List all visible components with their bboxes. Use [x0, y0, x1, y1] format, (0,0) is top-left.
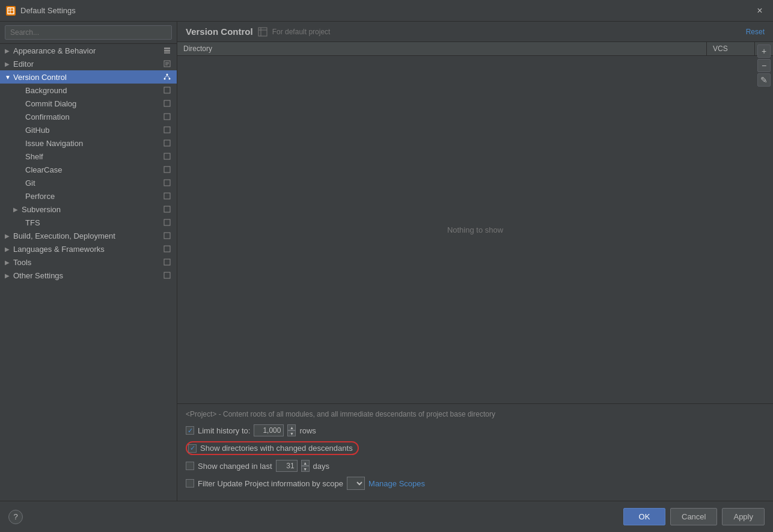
sidebar-item-label: Version Control: [13, 73, 160, 82]
svg-rect-27: [164, 246, 170, 252]
filter-update-checkbox[interactable]: [186, 479, 194, 488]
close-button[interactable]: ×: [753, 4, 767, 18]
search-input[interactable]: [5, 25, 172, 40]
arrow-icon: ▶: [13, 206, 22, 213]
sidebar-item-tfs[interactable]: TFS: [0, 216, 177, 229]
sidebar-item-label: Tools: [13, 258, 160, 267]
svg-rect-21: [164, 167, 170, 173]
settings-icon: [162, 46, 172, 55]
tools-icon: [162, 257, 172, 267]
col-vcs: VCS: [707, 42, 755, 55]
main-layout: ▶ Appearance & Behavior ▶ Editor ▼ Versi…: [0, 22, 773, 501]
svg-rect-26: [164, 233, 170, 239]
remove-button[interactable]: −: [757, 59, 771, 72]
sidebar-item-perforce[interactable]: Perforce: [0, 189, 177, 203]
sidebar-item-github[interactable]: GitHub: [0, 123, 177, 136]
sidebar-item-label: Background: [25, 86, 160, 95]
svg-rect-15: [164, 87, 170, 93]
show-directories-row: Show directories with changed descendant…: [186, 441, 765, 455]
page-icon: [162, 151, 172, 161]
sidebar-item-version-control[interactable]: ▼ Version Control: [0, 70, 177, 84]
spinner-up[interactable]: ▲: [301, 460, 310, 466]
cancel-button[interactable]: Cancel: [670, 508, 717, 525]
arrow-icon: ▼: [5, 74, 13, 81]
limit-history-input[interactable]: [254, 424, 284, 436]
sidebar-item-label: Confirmation: [25, 112, 160, 121]
sidebar-item-label: Appearance & Behavior: [13, 46, 160, 55]
sidebar-item-subversion[interactable]: ▶ Subversion: [0, 203, 177, 216]
filter-update-label: Filter Update Project information by sco…: [198, 479, 343, 488]
search-box: [0, 22, 177, 44]
sidebar-item-label: Subversion: [22, 205, 160, 214]
title-bar-left: Default Settings: [6, 6, 76, 16]
sidebar-item-other-settings[interactable]: ▶ Other Settings: [0, 269, 177, 282]
content-subtitle: For default project: [272, 28, 331, 36]
show-changed-input[interactable]: [276, 460, 298, 472]
svg-line-13: [165, 76, 167, 78]
sidebar-item-label: Editor: [13, 60, 160, 69]
vcs-header-icon: [258, 27, 267, 37]
svg-line-14: [167, 76, 170, 78]
show-changed-row: Show changed in last ▲ ▼ days: [186, 460, 765, 472]
spinner-up[interactable]: ▲: [287, 424, 296, 430]
reset-link[interactable]: Reset: [746, 28, 765, 36]
svg-rect-29: [164, 272, 170, 278]
arrow-icon: ▶: [5, 47, 13, 54]
bottom-settings: <Project> - Content roots of all modules…: [177, 403, 773, 501]
show-directories-label: Show directories with changed descendant…: [200, 444, 353, 453]
svg-rect-16: [164, 100, 170, 106]
sidebar-item-background[interactable]: Background: [0, 84, 177, 97]
svg-rect-0: [8, 8, 14, 14]
sidebar-item-commit-dialog[interactable]: Commit Dialog: [0, 97, 177, 110]
arrow-icon: ▶: [5, 233, 13, 239]
svg-point-11: [164, 78, 166, 80]
empty-message: Nothing to show: [447, 225, 503, 234]
project-info: <Project> - Content roots of all modules…: [186, 410, 765, 418]
sidebar-item-clearcase[interactable]: ClearCase: [0, 163, 177, 176]
sidebar-item-editor[interactable]: ▶ Editor: [0, 57, 177, 70]
svg-rect-4: [164, 50, 170, 52]
scope-dropdown[interactable]: [347, 477, 365, 490]
help-button[interactable]: ?: [8, 510, 23, 524]
sidebar-item-confirmation[interactable]: Confirmation: [0, 110, 177, 123]
svg-rect-28: [164, 259, 170, 265]
arrow-icon: ▶: [5, 61, 13, 67]
sidebar-item-git[interactable]: Git: [0, 176, 177, 189]
highlighted-container: Show directories with changed descendant…: [186, 441, 359, 455]
title-bar: Default Settings ×: [0, 0, 773, 22]
sidebar-item-label: ClearCase: [25, 165, 160, 174]
limit-history-label: Limit history to:: [198, 426, 250, 435]
svg-rect-19: [164, 140, 170, 146]
svg-rect-24: [164, 206, 170, 212]
spinner-down[interactable]: ▼: [287, 430, 296, 436]
sidebar-item-issue-navigation[interactable]: Issue Navigation: [0, 136, 177, 150]
app-icon: [6, 6, 16, 16]
svg-rect-30: [258, 28, 267, 36]
show-directories-checkbox[interactable]: [188, 444, 197, 453]
content-area: Version Control For default project Rese…: [177, 22, 773, 501]
page-icon: [162, 191, 172, 201]
sidebar-item-label: Commit Dialog: [25, 99, 160, 108]
arrow-icon: ▶: [5, 259, 13, 266]
table-body: Nothing to show: [177, 56, 773, 403]
apply-button[interactable]: Apply: [722, 508, 765, 525]
sidebar-item-languages[interactable]: ▶ Languages & Frameworks: [0, 242, 177, 255]
edit-button[interactable]: ✎: [757, 73, 771, 87]
sidebar-item-appearance[interactable]: ▶ Appearance & Behavior: [0, 44, 177, 57]
add-button[interactable]: +: [757, 44, 771, 58]
sidebar-item-build[interactable]: ▶ Build, Execution, Deployment: [0, 229, 177, 242]
vcs-icon: [162, 72, 172, 82]
ok-button[interactable]: OK: [623, 508, 665, 525]
page-icon: [162, 85, 172, 95]
svg-rect-22: [164, 180, 170, 186]
show-changed-checkbox[interactable]: [186, 462, 194, 470]
sidebar: ▶ Appearance & Behavior ▶ Editor ▼ Versi…: [0, 22, 177, 501]
sidebar-item-tools[interactable]: ▶ Tools: [0, 255, 177, 269]
arrow-icon: ▶: [5, 272, 13, 279]
limit-history-checkbox[interactable]: [186, 426, 194, 435]
manage-scopes-link[interactable]: Manage Scopes: [368, 479, 425, 488]
sidebar-item-shelf[interactable]: Shelf: [0, 150, 177, 163]
other-settings-icon: [162, 271, 172, 280]
spinner-down[interactable]: ▼: [301, 466, 310, 472]
svg-rect-5: [164, 52, 170, 54]
